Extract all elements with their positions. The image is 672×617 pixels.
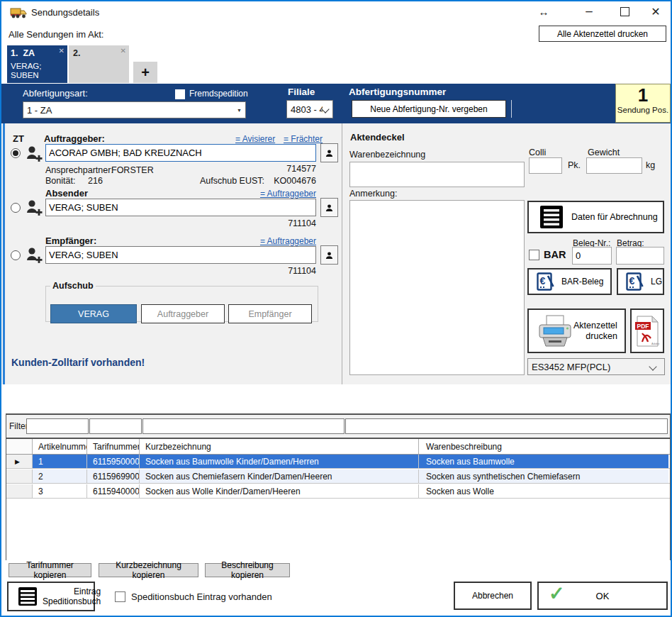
avisierer-link[interactable]: = Avisierer bbox=[235, 134, 275, 144]
auftraggeber-person-button[interactable] bbox=[320, 143, 338, 162]
anmerkung-input[interactable] bbox=[349, 200, 525, 375]
tab1-index: 1. bbox=[11, 48, 18, 58]
ok-button[interactable]: ✓ OK bbox=[537, 582, 668, 610]
aufschub-verag-button[interactable]: VERAG bbox=[50, 304, 137, 323]
add-person-icon[interactable] bbox=[26, 199, 43, 218]
auftraggeber-number: 714577 bbox=[245, 164, 316, 174]
gewicht-unit-label: kg bbox=[646, 160, 655, 170]
cell-kurzbezeichnung: Socken aus Chemiefasern Kinder/Damen/Hee… bbox=[140, 469, 419, 483]
bonitaet-label: Bonität: bbox=[45, 176, 75, 186]
column-header-kurzbezeichnung[interactable]: Kurzbezeichnung bbox=[140, 439, 419, 454]
empfaenger-auftraggeber-link[interactable]: = Auftraggeber bbox=[259, 236, 316, 246]
cancel-button[interactable]: Abbrechen bbox=[454, 582, 532, 610]
anmerkung-label: Anmerkung: bbox=[349, 189, 397, 199]
tab2-close-icon[interactable]: ✕ bbox=[121, 47, 126, 55]
absender-radio[interactable] bbox=[11, 203, 21, 213]
lg-button[interactable]: € LG bbox=[617, 268, 664, 295]
zt-label: ZT bbox=[13, 133, 24, 144]
list-icon bbox=[540, 206, 563, 228]
table-row[interactable]: ▶ 1 61159500000 Socken aus Baumwolle Kin… bbox=[6, 455, 670, 469]
absender-person-button[interactable] bbox=[320, 198, 338, 217]
filiale-value: 4803 - 480 bbox=[287, 104, 323, 115]
aktenzettel-label-line2: drucken bbox=[586, 331, 617, 341]
filter-input-artikelnummer[interactable] bbox=[26, 418, 89, 434]
column-header-warenbeschreibung[interactable]: Warenbeschreibung bbox=[419, 439, 668, 454]
aktenzettel-drucken-button[interactable]: Aktenzettel drucken bbox=[527, 308, 626, 353]
tab-sendung-2[interactable]: 2. ✕ bbox=[69, 45, 129, 83]
printer-select[interactable]: ES3452 MFP(PCL) bbox=[527, 358, 665, 375]
check-icon: ✓ bbox=[549, 582, 565, 605]
position-count-box: 1 Sendung Pos. bbox=[615, 84, 671, 123]
position-count: 1 bbox=[616, 84, 670, 106]
cell-tarifnummer: 61159400000 bbox=[87, 484, 140, 498]
empfaenger-input[interactable] bbox=[45, 246, 316, 264]
bar-beleg-button[interactable]: € BAR-Beleg bbox=[527, 268, 612, 295]
main-area: ZT Auftraggeber: = Avisierer = Frächter … bbox=[1, 123, 671, 384]
auftraggeber-input[interactable] bbox=[45, 144, 316, 162]
warenbezeichnung-input[interactable] bbox=[349, 162, 525, 187]
auftraggeber-label: Auftraggeber: bbox=[44, 133, 105, 144]
empfaenger-person-button[interactable] bbox=[320, 245, 338, 265]
speditionsbuch-label-line2: Speditionsbuch bbox=[43, 596, 101, 606]
abfertigung-toolbar: Abfertigungsart: 1 - ZA ▼ Fremdspedition… bbox=[1, 84, 671, 123]
gewicht-input[interactable] bbox=[586, 157, 642, 174]
column-header-artikelnummer[interactable]: Artikelnummer bbox=[33, 439, 87, 454]
warenbezeichnung-label: Warenbezeichnung bbox=[349, 150, 425, 160]
maximize-button[interactable] bbox=[612, 3, 637, 20]
daten-fuer-abrechnung-button[interactable]: Daten für Abrechnung bbox=[527, 201, 664, 233]
betrag-input[interactable] bbox=[616, 247, 664, 265]
column-header-tarifnummer[interactable]: Tarifnummer bbox=[87, 439, 140, 454]
fremdspedition-checkbox[interactable] bbox=[175, 89, 185, 99]
cell-tarifnummer: 61159500000 bbox=[87, 455, 140, 468]
tab-sendung-1[interactable]: 1. ZA ✕ VERAG; SUBEN bbox=[7, 45, 67, 83]
abfertigungsart-value: 1 - ZA bbox=[23, 105, 233, 116]
aufschub-auftraggeber-button[interactable]: Auftraggeber bbox=[141, 304, 225, 323]
auftraggeber-radio[interactable] bbox=[11, 148, 21, 158]
aufschub-empfaenger-button[interactable]: Empfänger bbox=[228, 304, 312, 323]
add-person-icon[interactable] bbox=[26, 145, 43, 164]
table-row[interactable]: 2 61159699000 Socken aus Chemiefasern Ki… bbox=[6, 469, 670, 484]
resize-icon[interactable]: ↔ bbox=[532, 3, 556, 20]
absender-input[interactable] bbox=[45, 199, 316, 216]
fremdspedition-label: Fremdspedition bbox=[189, 89, 248, 99]
eintrag-speditionsbuch-button[interactable]: Eintrag Speditionsbuch bbox=[7, 582, 95, 611]
abfertigungsart-select[interactable]: 1 - ZA ▼ bbox=[23, 101, 246, 118]
copy-kurzbezeichnung-button[interactable]: Kurzbezeichnung kopieren bbox=[99, 563, 198, 577]
filter-input-warenbeschreibung[interactable] bbox=[345, 418, 668, 434]
table-row[interactable]: 3 61159400000 Socken aus Wolle Kinder/Da… bbox=[6, 484, 670, 499]
chevron-down-icon bbox=[323, 104, 332, 114]
speditionsbuch-checkbox[interactable] bbox=[115, 591, 125, 602]
add-person-icon[interactable] bbox=[26, 246, 43, 265]
pdf-export-button[interactable]: PDF Adobe bbox=[630, 308, 664, 353]
absender-label: Absender bbox=[45, 188, 88, 199]
close-button[interactable]: ✕ bbox=[644, 3, 668, 20]
tab1-close-icon[interactable]: ✕ bbox=[59, 47, 65, 55]
dropdown-arrow-icon: ▼ bbox=[233, 108, 245, 113]
empfaenger-radio[interactable] bbox=[11, 250, 21, 260]
filter-input-kurzbezeichnung[interactable] bbox=[142, 418, 345, 434]
bar-checkbox[interactable] bbox=[529, 250, 539, 260]
minimize-button[interactable]: – bbox=[577, 3, 601, 20]
beleg-nr-input[interactable] bbox=[572, 247, 612, 265]
person-icon bbox=[325, 201, 333, 214]
colli-input[interactable] bbox=[529, 157, 562, 174]
svg-text:€: € bbox=[540, 275, 546, 287]
copy-beschreibung-button[interactable]: Beschreibung kopieren bbox=[205, 563, 290, 577]
add-tab-button[interactable]: + bbox=[133, 62, 157, 83]
copy-tarifnummer-button[interactable]: Tarifnummer kopieren bbox=[9, 563, 91, 577]
print-all-aktenzettel-button[interactable]: Alle Aktenzettel drucken bbox=[539, 26, 666, 42]
fraechter-link[interactable]: = Frächter bbox=[284, 134, 323, 144]
filiale-select[interactable]: 4803 - 480 bbox=[286, 100, 333, 118]
tab1-code: ZA bbox=[23, 48, 35, 58]
tab1-line2: VERAG; bbox=[11, 62, 41, 70]
row-pointer-icon: ▶ bbox=[6, 455, 33, 468]
chevron-down-icon bbox=[650, 362, 664, 372]
filter-input-tarifnummer[interactable] bbox=[89, 418, 142, 434]
akt-label: Alle Sendungen im Akt: bbox=[9, 29, 103, 40]
empfaenger-label: Empfänger: bbox=[45, 235, 96, 246]
svg-text:€: € bbox=[629, 275, 635, 287]
new-abfertigungsnummer-button[interactable]: Neue Abfertigung-Nr. vergeben bbox=[352, 100, 506, 118]
toolbar-separator bbox=[511, 100, 512, 118]
bar-label: BAR bbox=[544, 249, 566, 260]
absender-auftraggeber-link[interactable]: = Auftraggeber bbox=[259, 189, 316, 199]
